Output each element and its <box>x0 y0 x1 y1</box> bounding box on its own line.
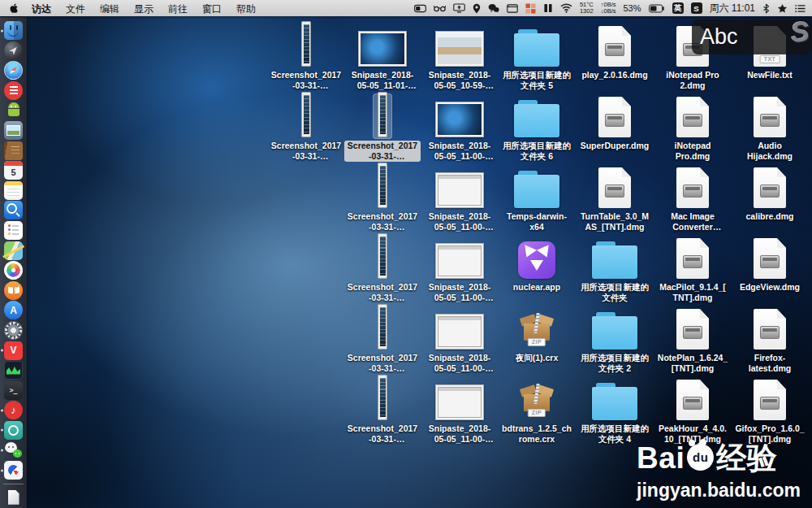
desktop-icon-14[interactable]: Screenshot_2017-03-31-0...obile.png <box>344 164 421 232</box>
desktop-icon-13[interactable]: Audio Hijack.dmg <box>732 93 808 162</box>
desktop-icon-15[interactable]: Snipaste_2018-05-05_11-00-22.jpg <box>421 164 498 232</box>
bluetooth-icon[interactable] <box>762 3 770 14</box>
input-method-indicator[interactable]: 英 <box>672 2 684 14</box>
desktop-icon-16[interactable]: Temps-darwin-x64 <box>499 164 575 232</box>
menu-窗口[interactable]: 窗口 <box>195 3 229 15</box>
dock-launchpad[interactable] <box>4 41 23 60</box>
desktop-icon-21[interactable]: Snipaste_2018-05-05_11-00-34.jpg <box>421 235 498 303</box>
desktop-icon-23[interactable]: 用所选项目新建的文件夹 <box>577 235 653 303</box>
dock-reminders[interactable] <box>4 221 23 240</box>
desktop-icon-18[interactable]: Mac Image Converter Pro.dmg <box>654 164 731 232</box>
desktop-icon-36[interactable]: PeakHour_4_4.0.10_[TNT].dmg <box>654 376 731 445</box>
dock-notes[interactable] <box>4 181 23 200</box>
dock-vivaldi[interactable]: V <box>4 341 23 360</box>
menu-访达[interactable]: 访达 <box>24 3 58 15</box>
desktop-icon-31[interactable]: Firefox-latest.dmg <box>732 306 808 374</box>
icon-art: ZIP <box>513 376 560 422</box>
parallels-icon[interactable] <box>543 3 553 13</box>
desktop-icon-4[interactable]: play_2.0.16.dmg <box>577 23 653 81</box>
menu-前往[interactable]: 前往 <box>161 3 195 15</box>
desktop-icon-22[interactable]: nuclear.app <box>499 235 575 293</box>
dock-activity[interactable] <box>4 361 23 380</box>
grid-app-icon[interactable] <box>525 3 536 14</box>
desktop-icon-7[interactable]: Screenshot_2017-03-31-0...obile.png <box>268 93 344 162</box>
dock-file[interactable] <box>4 488 23 506</box>
dock-sysprefs[interactable] <box>4 321 23 340</box>
android-icon <box>4 101 23 119</box>
dock-photos[interactable] <box>4 261 23 280</box>
dock-books[interactable] <box>4 281 23 300</box>
desktop-icon-19[interactable]: calibre.dmg <box>732 164 808 223</box>
star-icon[interactable] <box>777 3 788 14</box>
dock-wechat[interactable] <box>4 441 23 459</box>
battery-percent[interactable]: 53% <box>623 3 641 13</box>
desktop-icon-11[interactable]: SuperDuper.dmg <box>577 93 653 152</box>
wechat-status-icon[interactable] <box>488 3 499 13</box>
desktop-icon-2[interactable]: Snipaste_2018-05-05_10-59-57.jpg <box>421 23 498 91</box>
dock-imageview[interactable] <box>4 121 23 140</box>
desktop-icon-25[interactable]: EdgeView.dmg <box>732 235 808 293</box>
dock-screenrec[interactable] <box>4 421 23 440</box>
desktop-icon-9[interactable]: Snipaste_2018-05-05_11-00-10.jpg <box>421 93 498 162</box>
dock-appstore[interactable]: A <box>4 301 23 319</box>
triangle <box>520 245 537 259</box>
desktop-icon-37[interactable]: Gifox_Pro_1.6.0_[TNT].dmg <box>732 376 808 445</box>
clock[interactable]: 周六 11:01 <box>710 2 755 15</box>
display-toggle-icon[interactable] <box>414 4 426 13</box>
cpu-temp[interactable]: 51°C1302 <box>580 2 594 15</box>
desktop-icon-3[interactable]: 用所选项目新建的文件夹 5 <box>499 23 575 91</box>
desktop-icon-35[interactable]: 用所选项目新建的文件夹 4 <box>577 376 653 445</box>
desktop-icon-28[interactable]: ZIP夜间(1).crx <box>499 306 575 364</box>
dock-maps[interactable] <box>4 241 23 260</box>
menu-文件[interactable]: 文件 <box>58 3 93 15</box>
menu-编辑[interactable]: 编辑 <box>93 3 127 15</box>
dock-android[interactable] <box>4 101 23 119</box>
icon-label: EdgeView.dmg <box>737 282 802 293</box>
dock-netdisk[interactable] <box>4 461 23 480</box>
dock-music[interactable]: ♪ <box>4 401 23 419</box>
desktop-icon-27[interactable]: Snipaste_2018-05-05_11-00-44.jpg <box>421 306 498 374</box>
dock-calendar[interactable]: 5 <box>4 161 23 180</box>
icon-label: NewFile.txt <box>745 70 794 81</box>
dock-terminal[interactable]: >_ <box>4 381 23 400</box>
desktop-icon-26[interactable]: Screenshot_2017-03-31-0...obile.png <box>344 306 421 374</box>
desktop-icon-12[interactable]: iNotepad Pro.dmg <box>654 93 731 162</box>
dock-finder[interactable] <box>4 21 23 40</box>
desktop-icon-17[interactable]: TurnTable_3.0_MAS_[TNT].dmg <box>577 164 653 232</box>
snipaste-menu-icon[interactable]: S <box>691 2 702 14</box>
desktop-icon-30[interactable]: NotePlan_1.6.24_[TNT].dmg <box>654 306 731 374</box>
triangle <box>537 245 553 259</box>
desktop-icon-10[interactable]: 用所选项目新建的文件夹 6 <box>499 93 575 162</box>
page-fold <box>777 167 786 177</box>
folder-icon <box>592 383 637 420</box>
dock-safari[interactable] <box>4 61 23 80</box>
menu-帮助[interactable]: 帮助 <box>229 3 263 15</box>
icon-label: NotePlan_1.6.24_[TNT].dmg <box>654 353 731 374</box>
desktop-icon-0[interactable]: Screenshot_2017-03-31-0...obile.png <box>268 23 344 91</box>
dock-search[interactable] <box>4 201 23 219</box>
screen-share-icon[interactable] <box>453 3 465 13</box>
location-pin-icon[interactable] <box>473 3 481 14</box>
desktop-icon-34[interactable]: ZIPbdtrans_1.2.5_chrome.crx <box>499 376 575 445</box>
desktop-icon-8[interactable]: Screenshot_2017-03-31-0...obile.png <box>344 93 421 162</box>
menu-显示[interactable]: 显示 <box>127 3 161 15</box>
wifi-icon[interactable] <box>560 3 572 13</box>
desktop-icon-24[interactable]: MacPilot_9.1.4_[TNT].dmg <box>654 235 731 303</box>
mobile-screenshot-thumbnail <box>301 21 311 67</box>
battery-icon[interactable] <box>649 4 665 13</box>
desktop-icon-33[interactable]: Snipaste_2018-05-05_11-00-56.jpg <box>421 376 498 445</box>
desktop-icon-1[interactable]: Snipaste_2018-05-05_11-01-06.jpg <box>344 23 421 91</box>
glasses-icon[interactable] <box>434 4 446 12</box>
desktop-icon-32[interactable]: Screenshot_2017-03-31-0...obile.png <box>344 376 421 445</box>
icon-label: Screenshot_2017-03-31-0...obile.png <box>344 211 421 232</box>
network-speed[interactable]: ↑0B/s↓0B/s <box>601 2 616 15</box>
window-manager-icon[interactable] <box>507 4 518 13</box>
apple-menu-icon[interactable] <box>10 2 19 14</box>
finder-face <box>4 21 23 40</box>
desktop-icon-29[interactable]: 用所选项目新建的文件夹 2 <box>577 306 653 374</box>
dock-reader[interactable] <box>4 81 23 100</box>
desktop-icon-20[interactable]: Screenshot_2017-03-31-0...obile.png <box>344 235 421 303</box>
list-icon[interactable] <box>795 4 806 13</box>
dock-book[interactable] <box>4 141 23 160</box>
zip-icon: ZIP <box>518 310 555 350</box>
